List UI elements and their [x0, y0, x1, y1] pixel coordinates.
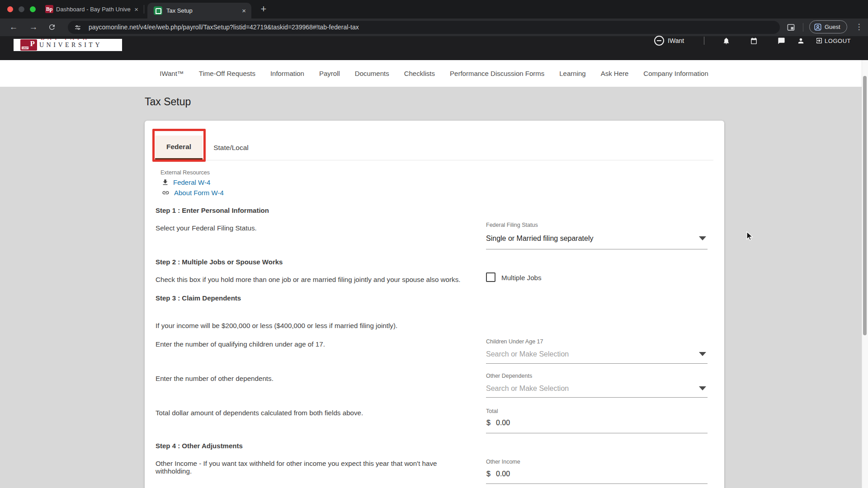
filing-status-value[interactable]: Single or Married filing separately — [486, 235, 593, 243]
nav-item-ask-here[interactable]: Ask Here — [601, 70, 629, 77]
header-divider: | — [704, 37, 704, 45]
nav-item-company-information[interactable]: Company Information — [643, 70, 708, 77]
mouse-cursor — [746, 231, 755, 241]
back-icon[interactable]: ← — [8, 19, 19, 36]
nav-item-documents[interactable]: Documents — [355, 70, 389, 77]
main-nav: IWant™ Time-Off Requests Information Pay… — [0, 60, 868, 87]
chevron-down-icon[interactable] — [699, 236, 706, 240]
children-under-17-input[interactable] — [486, 350, 685, 358]
paycom-favicon-icon — [154, 6, 162, 15]
bay-path-favicon-icon: Bp — [45, 5, 53, 13]
step1-heading: Step 1 : Enter Personal Information — [156, 206, 269, 214]
header-actions: IWant | LOGOUT — [654, 35, 851, 47]
step2-desc: Check this box if you hold more than one… — [156, 276, 467, 283]
nav-item-information[interactable]: Information — [270, 70, 304, 77]
field-underline — [486, 483, 708, 484]
tab-close-icon[interactable]: × — [242, 3, 246, 19]
nav-item-performance-discussion-forms[interactable]: Performance Discussion Forms — [450, 70, 544, 77]
toolbar-divider: | — [803, 23, 803, 32]
step4-other-income-desc: Other Income - If you want tax withheld … — [156, 460, 467, 475]
university-logo[interactable]: P 1897 BAY PATH UNIVERSITY — [14, 39, 122, 51]
total-input[interactable] — [496, 419, 577, 427]
about-form-w4-link[interactable]: About Form W-4 — [174, 189, 224, 197]
iwant-button[interactable]: IWant — [654, 36, 684, 46]
external-resources-label: External Resources — [160, 169, 210, 176]
tab-close-icon[interactable]: × — [134, 0, 138, 19]
link-icon — [161, 189, 170, 197]
calendar-icon[interactable] — [750, 37, 758, 45]
step1-desc: Select your Federal Filing Status. — [156, 224, 467, 232]
federal-w4-link[interactable]: Federal W-4 — [173, 178, 210, 186]
reload-icon[interactable] — [48, 23, 60, 32]
page-scrollbar-thumb[interactable] — [863, 76, 867, 335]
profile-person-icon[interactable] — [797, 37, 805, 45]
browser-toolbar: ← → paycomonline.net/v4/ee/web.php/payro… — [0, 19, 868, 36]
step4-heading: Step 4 : Other Adjustments — [156, 442, 243, 450]
other-dependents-label: Other Dependents — [486, 373, 532, 379]
other-income-label: Other Income — [486, 459, 520, 465]
other-dependents-input[interactable] — [486, 385, 685, 393]
forward-icon[interactable]: → — [28, 19, 39, 36]
children-label: Children Under Age 17 — [486, 338, 543, 345]
chat-icon[interactable] — [778, 37, 785, 45]
page-title: Tax Setup — [145, 96, 191, 108]
guest-label: Guest — [825, 23, 840, 30]
logo-word: UNIVERSITY — [39, 42, 102, 49]
currency-symbol: $ — [486, 470, 491, 478]
nav-item-learning[interactable]: Learning — [559, 70, 585, 77]
window-zoom-button[interactable] — [30, 6, 36, 12]
nav-item-iwant[interactable]: IWant™ — [160, 70, 184, 77]
tax-setup-card: Federal State/Local External Resources F… — [145, 121, 724, 488]
field-underline — [486, 363, 708, 364]
download-icon — [161, 178, 169, 186]
filing-status-label: Federal Filing Status — [486, 222, 538, 228]
bay-path-shield-icon: P 1897 — [20, 39, 37, 51]
field-underline — [486, 397, 708, 398]
federal-w4-link-row: Federal W-4 — [161, 178, 210, 187]
nav-item-time-off-requests[interactable]: Time-Off Requests — [199, 70, 255, 77]
logout-label: LOGOUT — [825, 38, 851, 44]
multiple-jobs-checkbox[interactable] — [486, 272, 495, 282]
other-income-input[interactable] — [496, 470, 577, 478]
site-settings-icon[interactable] — [74, 24, 81, 31]
browser-menu-icon[interactable]: ⋮ — [854, 19, 863, 36]
tab-divider-line — [156, 160, 713, 160]
url-bar[interactable]: paycomonline.net/v4/ee/web.php/payroll/T… — [68, 21, 780, 34]
step3-heading: Step 3 : Claim Dependents — [156, 294, 241, 302]
field-underline — [486, 249, 708, 249]
chevron-down-icon[interactable] — [699, 386, 706, 390]
currency-symbol: $ — [486, 419, 491, 427]
window-minimize-button[interactable] — [19, 6, 24, 12]
browser-tab-strip: Bp Dashboard - Bay Path Univers × Tax Se… — [0, 0, 868, 19]
browser-tab-dashboard[interactable]: Bp Dashboard - Bay Path Univers × — [40, 0, 143, 19]
browser-tab-tax-setup-active[interactable]: Tax Setup × — [147, 3, 251, 19]
new-tab-button[interactable]: + — [257, 0, 270, 19]
nav-item-payroll[interactable]: Payroll — [319, 70, 340, 77]
nav-item-checklists[interactable]: Checklists — [404, 70, 435, 77]
notifications-bell-icon[interactable] — [722, 37, 730, 45]
step2-heading: Step 2 : Multiple Jobs or Spouse Works — [156, 258, 283, 266]
step3-other-desc: Enter the number of other dependents. — [156, 375, 467, 382]
window-close-button[interactable] — [7, 6, 13, 12]
iwant-icon — [654, 36, 664, 46]
chevron-down-icon[interactable] — [699, 352, 706, 356]
logout-button[interactable]: LOGOUT — [816, 37, 851, 44]
logout-icon — [816, 37, 823, 44]
guest-avatar-icon — [814, 23, 822, 31]
tab-separator — [144, 5, 144, 14]
field-underline — [486, 433, 708, 433]
federal-tab-highlight-annotation — [152, 129, 206, 162]
browser-profile-button[interactable]: Guest — [809, 20, 847, 33]
side-panel-icon[interactable] — [787, 23, 795, 32]
total-label: Total — [486, 408, 498, 414]
tab-state-local[interactable]: State/Local — [204, 136, 258, 160]
url-text[interactable]: paycomonline.net/v4/ee/web.php/payroll/T… — [89, 21, 771, 34]
step3-children-desc: Enter the number of qualifying children … — [156, 340, 467, 348]
site-header: P 1897 BAY PATH UNIVERSITY IWant | — [0, 36, 868, 60]
iwant-label: IWant — [668, 37, 684, 44]
about-form-w4-link-row: About Form W-4 — [161, 188, 224, 197]
step3-total-desc: Total dollar amount of dependents calcul… — [156, 409, 467, 417]
tab-title: Dashboard - Bay Path Univers — [56, 0, 131, 19]
screen: Bp Dashboard - Bay Path Univers × Tax Se… — [0, 0, 868, 488]
step3-income-desc: If your income will be $200,000 or less … — [156, 322, 467, 329]
